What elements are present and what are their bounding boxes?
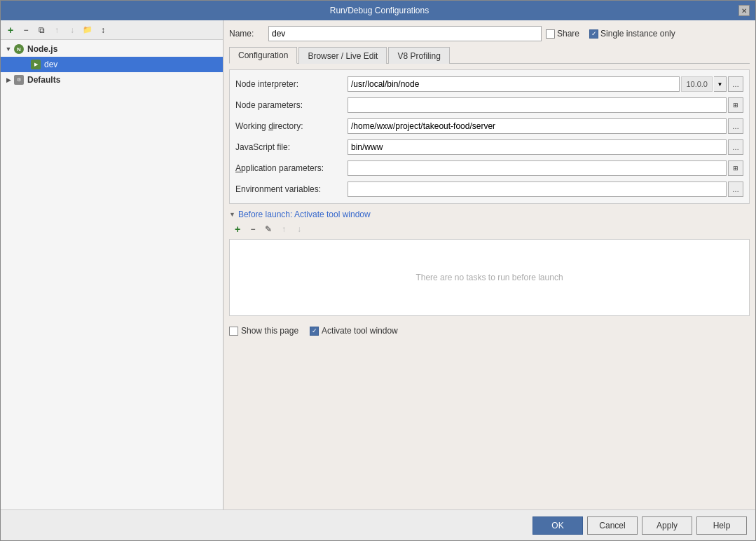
tree-item-defaults[interactable]: ▶ ⚙ Defaults: [1, 72, 223, 88]
app-parameters-browse-button[interactable]: ⊞: [728, 160, 743, 176]
tree-item-dev[interactable]: ▶ dev: [1, 57, 223, 72]
node-interpreter-browse-button[interactable]: …: [728, 76, 743, 92]
node-parameters-label: Node parameters:: [235, 100, 348, 110]
tabs: Configuration Browser / Live Edit V8 Pro…: [229, 47, 750, 64]
env-variables-row: Environment variables: …: [235, 181, 743, 198]
node-version-dropdown[interactable]: ▼: [714, 76, 727, 92]
help-button[interactable]: Help: [696, 516, 747, 535]
cancel-button[interactable]: Cancel: [587, 516, 638, 535]
ok-button[interactable]: OK: [532, 516, 583, 535]
node-parameters-browse-button[interactable]: ⊞: [728, 97, 743, 113]
tree-label-dev: dev: [44, 60, 57, 69]
node-interpreter-label: Node interpreter:: [235, 79, 348, 89]
before-launch-section: ▼ Before launch: Activate tool window + …: [229, 210, 750, 316]
left-toolbar: + − ⧉ ↑ ↓ 📁 ↕: [1, 20, 223, 40]
add-config-button[interactable]: +: [4, 23, 18, 37]
working-directory-input-group: …: [348, 118, 743, 134]
tree-item-nodejs[interactable]: ▼ N Node.js: [1, 41, 223, 57]
tab-v8-profiling[interactable]: V8 Profiling: [388, 47, 449, 64]
show-page-label: Show this page: [241, 326, 298, 336]
before-launch-header[interactable]: ▼ Before launch: Activate tool window: [229, 210, 750, 219]
bottom-checkboxes: Show this page Activate tool window: [229, 326, 750, 336]
node-interpreter-row: Node interpreter: 10.0.0 ▼ …: [235, 76, 743, 93]
before-launch-label: Before launch: Activate tool window: [238, 210, 371, 219]
nodejs-icon: N: [13, 43, 25, 55]
tree-arrow-nodejs: ▼: [4, 46, 13, 53]
working-directory-label: Working directory:: [235, 121, 348, 131]
app-parameters-row: Application parameters: ⊞: [235, 160, 743, 177]
node-interpreter-input[interactable]: [348, 76, 680, 92]
before-edit-button[interactable]: ✎: [261, 222, 275, 236]
share-label: Share: [557, 29, 579, 39]
before-remove-button[interactable]: −: [246, 222, 260, 236]
javascript-file-row: JavaScript file: …: [235, 139, 743, 156]
before-launch-toolbar: + − ✎ ↑ ↓: [229, 222, 750, 236]
move-up-config-button[interactable]: ↑: [50, 23, 64, 37]
javascript-file-browse-button[interactable]: …: [728, 139, 743, 155]
dialog-body: + − ⧉ ↑ ↓ 📁 ↕ ▼ N Node.js: [1, 20, 755, 509]
javascript-file-input[interactable]: [348, 139, 727, 155]
before-move-up-button[interactable]: ↑: [277, 222, 291, 236]
app-parameters-input-group: ⊞: [348, 160, 743, 176]
javascript-file-label: JavaScript file:: [235, 142, 348, 152]
folder-button[interactable]: 📁: [81, 23, 95, 37]
app-parameters-label: Application parameters:: [235, 163, 348, 173]
activate-tool-label: Activate tool window: [322, 326, 398, 336]
tab-configuration[interactable]: Configuration: [229, 47, 297, 64]
env-variables-input-group: …: [348, 182, 743, 197]
dev-icon: ▶: [30, 59, 41, 70]
footer: OK Cancel Apply Help: [1, 509, 755, 540]
activate-tool-group: Activate tool window: [310, 326, 398, 336]
remove-config-button[interactable]: −: [19, 23, 33, 37]
working-directory-browse-button[interactable]: …: [728, 118, 743, 134]
node-interpreter-input-group: 10.0.0 ▼ …: [348, 76, 743, 92]
form-area: Node interpreter: 10.0.0 ▼ … Node parame…: [229, 69, 750, 204]
name-row: Name: Share Single instance only: [229, 26, 750, 41]
move-down-config-button[interactable]: ↓: [65, 23, 79, 37]
title-bar: Run/Debug Configurations ✕: [1, 1, 755, 20]
activate-tool-checkbox[interactable]: [310, 327, 319, 336]
tree-arrow-defaults: ▶: [4, 76, 13, 83]
working-directory-row: Working directory: …: [235, 118, 743, 135]
show-page-group: Show this page: [229, 326, 298, 336]
tree-label-nodejs: Node.js: [27, 44, 57, 54]
tab-browser-live-edit[interactable]: Browser / Live Edit: [298, 47, 387, 64]
before-add-button[interactable]: +: [231, 222, 245, 236]
sort-button[interactable]: ↕: [96, 23, 110, 37]
name-label: Name:: [229, 29, 264, 39]
dialog-title: Run/Debug Configurations: [20, 6, 738, 15]
before-move-down-button[interactable]: ↓: [292, 222, 306, 236]
before-launch-arrow: ▼: [229, 211, 235, 218]
env-variables-label: Environment variables:: [235, 184, 348, 194]
single-instance-checkbox[interactable]: [589, 29, 598, 39]
single-instance-group: Single instance only: [589, 29, 675, 39]
node-parameters-row: Node parameters: ⊞: [235, 97, 743, 114]
tasks-area: There are no tasks to run before launch: [229, 239, 750, 316]
tree-area: ▼ N Node.js ▶ dev ▶: [1, 40, 223, 509]
left-panel: + − ⧉ ↑ ↓ 📁 ↕ ▼ N Node.js: [1, 20, 224, 509]
close-button[interactable]: ✕: [738, 5, 750, 16]
tasks-placeholder: There are no tasks to run before launch: [415, 273, 563, 282]
show-page-checkbox[interactable]: [229, 327, 238, 336]
javascript-file-input-group: …: [348, 139, 743, 155]
app-parameters-input[interactable]: [348, 160, 727, 176]
right-panel: Name: Share Single instance only Configu…: [224, 20, 755, 509]
copy-config-button[interactable]: ⧉: [34, 23, 48, 37]
apply-button[interactable]: Apply: [642, 516, 692, 535]
node-version-badge: 10.0.0: [681, 76, 713, 92]
defaults-icon: ⚙: [13, 74, 25, 85]
run-debug-dialog: Run/Debug Configurations ✕ + − ⧉ ↑ ↓ 📁 ↕…: [0, 0, 756, 541]
share-checkbox[interactable]: [546, 29, 555, 39]
tree-label-defaults: Defaults: [27, 75, 60, 85]
env-variables-browse-button[interactable]: …: [728, 182, 743, 197]
env-variables-input[interactable]: [348, 182, 727, 197]
single-instance-label: Single instance only: [600, 29, 675, 39]
node-parameters-input-group: ⊞: [348, 97, 743, 113]
name-input[interactable]: [268, 26, 542, 41]
node-parameters-input[interactable]: [348, 97, 727, 113]
working-directory-input[interactable]: [348, 118, 727, 134]
share-group: Share: [546, 29, 579, 39]
